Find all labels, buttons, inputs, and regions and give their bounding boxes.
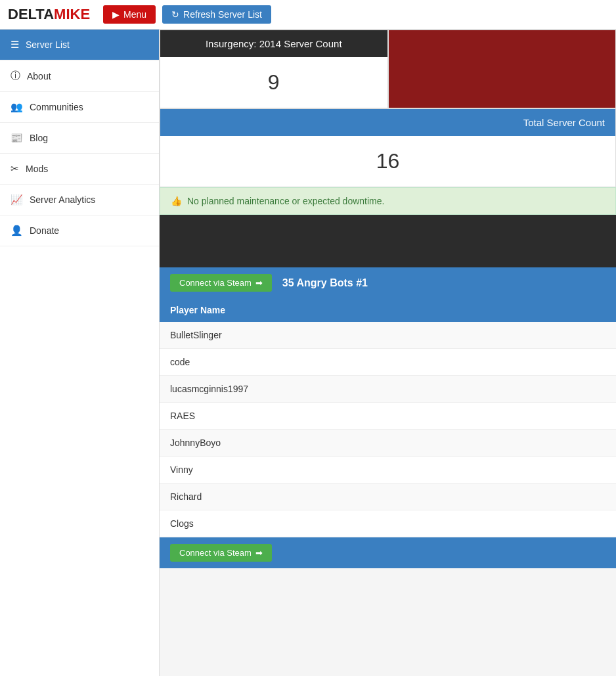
server1-panel: Connect via Steam ➡ 35 Angry Bots #1 Pla… — [160, 267, 616, 537]
sidebar-item-mods[interactable]: ✂ Mods — [0, 154, 159, 185]
main-layout: ☰ Server List ⓘ About 👥 Communities 📰 Bl… — [0, 30, 616, 676]
player-column-header: Player Name — [160, 298, 616, 322]
logo-delta: DELTA — [8, 6, 54, 22]
right-card — [388, 30, 617, 108]
player-row: RAES — [160, 403, 616, 430]
blog-icon: 📰 — [11, 132, 23, 144]
server1-title-row: Connect via Steam ➡ 35 Angry Bots #1 — [160, 267, 616, 298]
analytics-icon: 📈 — [11, 194, 23, 206]
logo-mike: MIKE — [54, 6, 90, 22]
server-list-icon: ☰ — [11, 39, 19, 51]
player-row: Clogs — [160, 510, 616, 537]
insurgency-card: Insurgency: 2014 Server Count 9 — [160, 30, 388, 108]
sidebar: ☰ Server List ⓘ About 👥 Communities 📰 Bl… — [0, 30, 160, 676]
mods-icon: ✂ — [11, 163, 19, 175]
alert-bar: 👍 No planned maintenance or expected dow… — [160, 187, 616, 215]
connect-icon: ➡ — [255, 278, 263, 288]
refresh-label: Refresh Server List — [183, 9, 262, 20]
about-icon: ⓘ — [11, 70, 20, 82]
player-row: JohnnyBoyo — [160, 430, 616, 457]
insurgency-card-count: 9 — [160, 57, 387, 108]
sidebar-item-server-analytics[interactable]: 📈 Server Analytics — [0, 185, 159, 215]
total-card: Total Server Count 16 — [160, 108, 616, 187]
top-navbar: DELTAMIKE ▶ Menu ↻ Refresh Server List — [0, 0, 616, 30]
donate-icon: 👤 — [11, 225, 23, 237]
total-card-count: 16 — [160, 136, 615, 187]
server-block-header — [160, 215, 616, 267]
right-card-body — [389, 57, 616, 108]
sidebar-label-server-analytics: Server Analytics — [30, 194, 95, 205]
content-area: Insurgency: 2014 Server Count 9 Total Se… — [160, 30, 616, 676]
communities-icon: 👥 — [11, 101, 23, 113]
refresh-icon: ↻ — [171, 9, 179, 20]
server2-connect-label: Connect via Steam — [179, 548, 252, 558]
refresh-button[interactable]: ↻ Refresh Server List — [162, 5, 271, 24]
player-row: lucasmcginnis1997 — [160, 376, 616, 403]
connect-label: Connect via Steam — [179, 278, 252, 288]
sidebar-label-blog: Blog — [30, 133, 48, 143]
cards-row: Insurgency: 2014 Server Count 9 — [160, 30, 616, 108]
sidebar-item-blog[interactable]: 📰 Blog — [0, 123, 159, 154]
server1-name: 35 Angry Bots #1 — [282, 277, 368, 289]
menu-icon: ▶ — [112, 9, 120, 20]
right-card-header — [389, 30, 616, 57]
menu-button[interactable]: ▶ Menu — [103, 5, 156, 24]
sidebar-item-server-list[interactable]: ☰ Server List — [0, 30, 159, 60]
sidebar-label-donate: Donate — [30, 225, 59, 236]
sidebar-item-donate[interactable]: 👤 Donate — [0, 215, 159, 246]
insurgency-card-header: Insurgency: 2014 Server Count — [160, 30, 387, 57]
sidebar-label-server-list: Server List — [26, 39, 70, 50]
logo: DELTAMIKE — [8, 6, 90, 23]
total-card-header: Total Server Count — [160, 109, 615, 136]
alert-icon: 👍 — [171, 196, 182, 206]
menu-label: Menu — [123, 9, 146, 20]
alert-text: No planned maintenance or expected downt… — [187, 196, 384, 206]
server1-connect-button[interactable]: Connect via Steam ➡ — [170, 274, 272, 292]
server2-connect-row: Connect via Steam ➡ — [160, 537, 616, 568]
server2-connect-icon: ➡ — [255, 548, 263, 558]
player-row: Vinny — [160, 457, 616, 484]
sidebar-item-communities[interactable]: 👥 Communities — [0, 92, 159, 123]
player-row: Richard — [160, 484, 616, 510]
server1-player-table: Player Name BulletSlingercodelucasmcginn… — [160, 298, 616, 537]
player-row: BulletSlinger — [160, 322, 616, 349]
player-row: code — [160, 349, 616, 376]
sidebar-label-mods: Mods — [26, 164, 48, 174]
sidebar-label-communities: Communities — [30, 102, 83, 112]
sidebar-label-about: About — [27, 71, 51, 81]
server2-connect-button[interactable]: Connect via Steam ➡ — [170, 544, 272, 562]
sidebar-item-about[interactable]: ⓘ About — [0, 60, 159, 92]
